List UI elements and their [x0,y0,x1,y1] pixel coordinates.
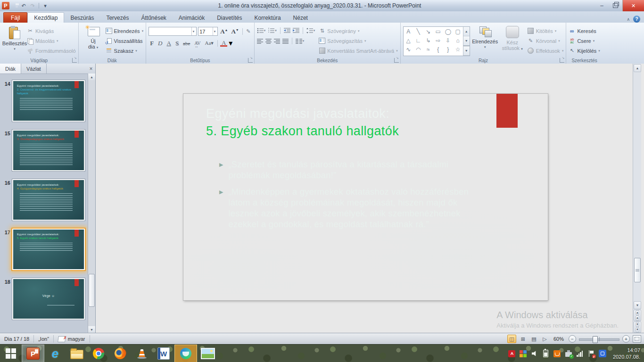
java-tray-icon[interactable] [553,350,561,357]
restore-button[interactable] [609,0,622,11]
theme-name[interactable]: „Ion” [34,335,54,343]
vertical-scrollbar[interactable]: ▲ ▼ ▲▲ ▼▼ [633,64,642,333]
justify-button[interactable] [282,39,289,44]
shape-icon[interactable]: A [404,27,413,36]
scroll-down-icon[interactable]: ▼ [88,326,95,333]
collapse-ribbon-icon[interactable]: ∧ [627,17,630,22]
slide-accent-rectangle[interactable] [496,94,518,128]
shape-icon[interactable]: ☆ [453,45,463,54]
drawing-dialog-launcher-icon[interactable] [560,58,564,63]
updater-tray-icon[interactable] [520,350,527,357]
taskbar-photos-button[interactable] [197,345,219,362]
underline-button[interactable]: A [165,40,172,47]
scrollbar-thumb[interactable] [89,274,95,307]
taskbar-powerpoint-button[interactable]: P [22,345,44,362]
thumbnails-scrollbar[interactable]: ▲ ▼ [88,74,95,333]
slide-canvas[interactable]: Egyéni megoldási javaslataitok: 5. Egyéb… [183,94,548,300]
taskbar-chrome-button[interactable] [88,345,109,362]
slide-body-placeholder[interactable]: ▶ „Szeretet és tanulás párosítva a kitar… [219,159,481,235]
zoom-percentage[interactable]: 60% [553,336,564,342]
shape-effects-button[interactable]: Effektusok ▾ [528,47,564,55]
columns-button[interactable]: ▾ [296,39,305,44]
arrange-button[interactable]: Elrendezés ▾ [473,24,497,50]
ribbon-tab[interactable]: Tervezés [100,13,135,23]
text-direction-button[interactable]: ⇅ Szövegirány ▾ [319,27,397,35]
taskbar-internet-explorer-button[interactable]: e [44,345,66,362]
slide-editing-area[interactable]: Egyéni megoldási javaslataitok: 5. Egyéb… [96,64,633,333]
taskbar-vlc-button[interactable] [131,345,153,362]
shape-icon[interactable]: ⇩ [443,36,453,45]
select-button[interactable]: ↖ Kijelölés ▾ [569,47,600,55]
shapes-scroll-down-icon[interactable]: ▼ [463,36,470,46]
fit-to-window-button[interactable] [633,335,641,343]
shape-icon[interactable]: ◯ [443,27,453,36]
font-dialog-launcher-icon[interactable] [248,58,253,63]
cut-button[interactable]: ✂ Kivágás [27,27,76,35]
copy-button[interactable]: Másolás ▾ [27,37,76,45]
scroll-up-icon[interactable]: ▲ [634,64,641,72]
shape-outline-button[interactable]: ✎ Körvonal ▾ [528,37,564,45]
align-text-button[interactable]: Szövegigazítás ▾ [319,37,397,45]
align-right-button[interactable] [274,39,280,44]
previous-slide-button[interactable]: ▲▲ [634,310,641,321]
taskbar-firefox-button[interactable] [109,345,131,362]
taskbar-word-button[interactable]: W [153,345,174,362]
grow-font-button[interactable]: A▲ [219,28,229,35]
taskbar-edge-button[interactable] [174,345,197,362]
pane-close-icon[interactable]: × [87,64,95,74]
help-icon[interactable]: ? [633,16,640,23]
scroll-down-icon[interactable]: ▼ [634,301,641,309]
align-center-button[interactable] [265,39,272,44]
slide-thumbnail[interactable]: 14 Egyéni megoldási javaslataitok: 2. Cs… [0,80,88,122]
ribbon-tab[interactable]: Áttűnések [135,13,172,23]
close-button[interactable]: ✕ [622,0,644,11]
ribbon-tab[interactable]: Beszúrás [64,13,100,23]
shape-icon[interactable]: ≈ [423,45,433,54]
ribbon-tab[interactable]: Animációk [173,13,211,23]
section-button[interactable]: Szakasz ▾ [106,47,144,55]
redo-button[interactable]: ↷ [29,3,36,9]
minimize-button[interactable]: – [595,0,609,11]
clipboard-dialog-launcher-icon[interactable] [72,58,77,63]
slide-sorter-view-button[interactable]: ⊞ [519,335,527,343]
line-spacing-button[interactable]: ▾ [306,28,315,33]
shape-icon[interactable]: ↳ [423,36,433,45]
slideshow-view-button[interactable]: ▷ [541,335,549,343]
shape-icon[interactable]: ╲ [413,27,423,36]
change-case-button[interactable]: Aa▾ [204,40,215,46]
font-color-button[interactable]: A [220,40,227,47]
format-painter-button[interactable]: Formátummásoló [27,47,76,55]
strikethrough-button[interactable]: abe [182,41,191,46]
qat-customize-button[interactable]: ▾ [41,3,49,9]
decrease-indent-button[interactable] [284,28,290,33]
shape-icon[interactable]: } [443,45,453,54]
slide-thumbnail[interactable]: 18 Vége ☺ [0,278,88,320]
shape-icon[interactable]: ⇨ [433,36,443,45]
ribbon-tab[interactable]: Kezdőlap [27,12,64,23]
taskbar-file-explorer-button[interactable] [66,345,88,362]
replace-button[interactable]: abac Csere ▾ [569,37,600,45]
powerpoint-app-icon[interactable]: P [2,2,9,9]
shape-icon[interactable]: ◠ [413,45,423,54]
find-button[interactable]: ∞ Keresés [569,27,600,35]
character-spacing-button[interactable]: AV [193,41,202,46]
bold-button[interactable]: F [149,40,155,47]
ribbon-tab[interactable]: Fájl [3,12,27,23]
scroll-up-icon[interactable]: ▲ [88,74,95,80]
ribbon-tab[interactable]: Nézet [287,13,314,23]
reading-view-button[interactable]: ▤ [530,335,538,343]
italic-button[interactable]: D [157,40,164,47]
ribbon-tab[interactable]: Korrektúra [248,13,287,23]
paste-button[interactable]: Beillesztés ▾ [2,24,27,52]
increase-indent-button[interactable] [293,28,299,33]
quick-styles-button[interactable]: Kész stílusok ▾ [500,24,525,52]
clear-formatting-button[interactable]: ✎ [245,28,252,35]
font-size-combobox[interactable]: 17▾ [198,27,218,36]
reset-button[interactable]: Visszaállítás [106,37,144,45]
volume-tray-icon[interactable] [531,350,538,357]
next-slide-button[interactable]: ▼▼ [634,321,641,333]
shape-icon[interactable]: ▭ [433,27,443,36]
shape-icon[interactable]: △ [404,36,413,45]
zoom-slider[interactable] [579,336,619,342]
input-indicator-tray-icon[interactable] [599,350,606,357]
